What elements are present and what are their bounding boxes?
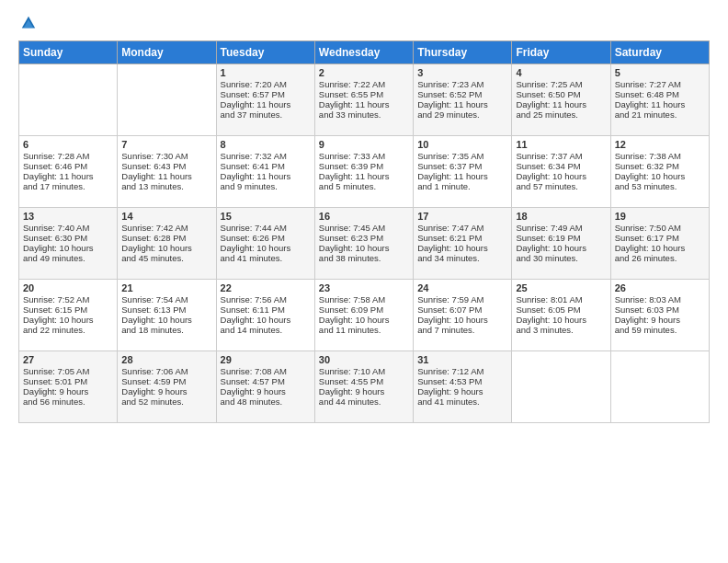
day-info-line: Daylight: 10 hours (23, 243, 113, 253)
day-cell: 12Sunrise: 7:38 AMSunset: 6:32 PMDayligh… (610, 136, 709, 208)
day-info-line: Sunset: 6:57 PM (221, 89, 311, 99)
day-info-line: Daylight: 10 hours (221, 315, 311, 325)
day-cell: 24Sunrise: 7:59 AMSunset: 6:07 PMDayligh… (414, 280, 512, 351)
day-number: 21 (121, 282, 211, 293)
day-cell: 13Sunrise: 7:40 AMSunset: 6:30 PMDayligh… (19, 208, 118, 280)
day-cell: 3Sunrise: 7:23 AMSunset: 6:52 PMDaylight… (414, 64, 512, 136)
day-info-line: Daylight: 10 hours (417, 315, 507, 325)
day-cell: 9Sunrise: 7:33 AMSunset: 6:39 PMDaylight… (314, 136, 413, 208)
day-number: 7 (121, 139, 211, 150)
day-info-line: Sunset: 6:55 PM (319, 89, 409, 99)
day-info-line: Daylight: 11 hours (417, 99, 507, 109)
week-row-3: 20Sunrise: 7:52 AMSunset: 6:15 PMDayligh… (19, 280, 710, 351)
day-cell: 10Sunrise: 7:35 AMSunset: 6:37 PMDayligh… (414, 136, 512, 208)
day-number: 16 (319, 211, 409, 222)
day-info-line: Sunrise: 7:49 AM (516, 223, 606, 233)
day-info-line: Sunset: 6:34 PM (516, 161, 606, 171)
day-number: 24 (417, 282, 507, 293)
day-number: 19 (615, 211, 705, 222)
day-cell: 20Sunrise: 7:52 AMSunset: 6:15 PMDayligh… (19, 280, 118, 351)
day-info-line: Sunrise: 7:22 AM (319, 79, 409, 89)
day-info-line: Sunrise: 7:32 AM (221, 151, 311, 161)
day-number: 25 (516, 282, 606, 293)
day-info-line: and 21 minutes. (615, 109, 705, 120)
header-cell-saturday: Saturday (610, 41, 709, 64)
header-cell-monday: Monday (118, 41, 216, 64)
day-info-line: Sunset: 6:21 PM (417, 233, 507, 243)
day-cell: 6Sunrise: 7:28 AMSunset: 6:46 PMDaylight… (19, 136, 118, 208)
day-number: 27 (23, 354, 113, 365)
day-info-line: Sunset: 6:46 PM (23, 161, 113, 171)
day-number: 31 (417, 354, 507, 365)
day-info-line: and 9 minutes. (221, 181, 311, 191)
day-number: 22 (221, 282, 311, 293)
day-number: 8 (221, 139, 311, 150)
day-info-line: Daylight: 10 hours (319, 243, 409, 253)
day-info-line: Sunrise: 8:01 AM (516, 294, 606, 304)
day-number: 6 (23, 139, 113, 150)
day-info-line: Daylight: 9 hours (417, 386, 507, 396)
day-info-line: and 59 minutes. (615, 325, 705, 335)
day-cell: 17Sunrise: 7:47 AMSunset: 6:21 PMDayligh… (414, 208, 512, 280)
day-info-line: Sunrise: 7:54 AM (121, 294, 211, 304)
day-info-line: Sunrise: 7:12 AM (417, 366, 507, 376)
day-info-line: Sunset: 6:28 PM (121, 233, 211, 243)
day-info-line: and 13 minutes. (121, 181, 211, 191)
day-cell: 21Sunrise: 7:54 AMSunset: 6:13 PMDayligh… (118, 280, 216, 351)
day-cell: 7Sunrise: 7:30 AMSunset: 6:43 PMDaylight… (118, 136, 216, 208)
day-cell: 31Sunrise: 7:12 AMSunset: 4:53 PMDayligh… (414, 351, 512, 423)
day-info-line: Daylight: 10 hours (319, 315, 409, 325)
day-info-line: and 14 minutes. (221, 325, 311, 335)
day-info-line: and 48 minutes. (221, 396, 311, 407)
day-number: 26 (615, 282, 705, 293)
day-info-line: Daylight: 9 hours (319, 386, 409, 396)
calendar-table: SundayMondayTuesdayWednesdayThursdayFrid… (18, 40, 710, 423)
day-cell: 11Sunrise: 7:37 AMSunset: 6:34 PMDayligh… (512, 136, 610, 208)
day-cell: 27Sunrise: 7:05 AMSunset: 5:01 PMDayligh… (19, 351, 118, 423)
day-info-line: Sunrise: 7:25 AM (516, 79, 606, 89)
day-cell: 19Sunrise: 7:50 AMSunset: 6:17 PMDayligh… (610, 208, 709, 280)
day-info-line: Daylight: 10 hours (23, 315, 113, 325)
day-number: 4 (516, 67, 606, 78)
day-number: 11 (516, 139, 606, 150)
day-info-line: Sunset: 6:37 PM (417, 161, 507, 171)
day-info-line: Sunset: 6:52 PM (417, 89, 507, 99)
header-cell-wednesday: Wednesday (314, 41, 413, 64)
day-info-line: Daylight: 11 hours (121, 171, 211, 181)
day-number: 17 (417, 211, 507, 222)
day-info-line: Sunset: 6:41 PM (221, 161, 311, 171)
day-number: 14 (121, 211, 211, 222)
day-info-line: Sunrise: 7:23 AM (417, 79, 507, 89)
day-info-line: and 57 minutes. (516, 181, 606, 191)
day-cell: 23Sunrise: 7:58 AMSunset: 6:09 PMDayligh… (314, 280, 413, 351)
day-info-line: and 45 minutes. (121, 253, 211, 263)
day-info-line: Sunset: 6:13 PM (121, 304, 211, 315)
day-info-line: and 38 minutes. (319, 253, 409, 263)
day-info-line: Sunrise: 7:05 AM (23, 366, 113, 376)
day-info-line: Sunrise: 7:42 AM (121, 223, 211, 233)
logo (18, 15, 37, 31)
day-number: 9 (319, 139, 409, 150)
logo-icon (20, 15, 37, 31)
day-info-line: and 11 minutes. (319, 325, 409, 335)
day-info-line: Sunset: 6:09 PM (319, 304, 409, 315)
day-info-line: Sunset: 6:43 PM (121, 161, 211, 171)
day-info-line: and 52 minutes. (121, 396, 211, 407)
day-info-line: Sunrise: 7:50 AM (615, 223, 705, 233)
day-info-line: Daylight: 9 hours (615, 315, 705, 325)
calendar-header: SundayMondayTuesdayWednesdayThursdayFrid… (19, 41, 710, 64)
day-info-line: Sunset: 6:23 PM (319, 233, 409, 243)
day-number: 28 (121, 354, 211, 365)
day-info-line: Sunset: 5:01 PM (23, 376, 113, 386)
day-info-line: and 17 minutes. (23, 181, 113, 191)
day-number: 20 (23, 282, 113, 293)
day-info-line: Sunrise: 7:58 AM (319, 294, 409, 304)
day-info-line: Sunset: 6:05 PM (516, 304, 606, 315)
day-info-line: Daylight: 10 hours (516, 315, 606, 325)
day-info-line: Daylight: 11 hours (319, 99, 409, 109)
day-info-line: Daylight: 10 hours (417, 243, 507, 253)
day-info-line: Sunrise: 7:52 AM (23, 294, 113, 304)
day-info-line: Daylight: 11 hours (319, 171, 409, 181)
day-cell: 2Sunrise: 7:22 AMSunset: 6:55 PMDaylight… (314, 64, 413, 136)
day-info-line: and 22 minutes. (23, 325, 113, 335)
